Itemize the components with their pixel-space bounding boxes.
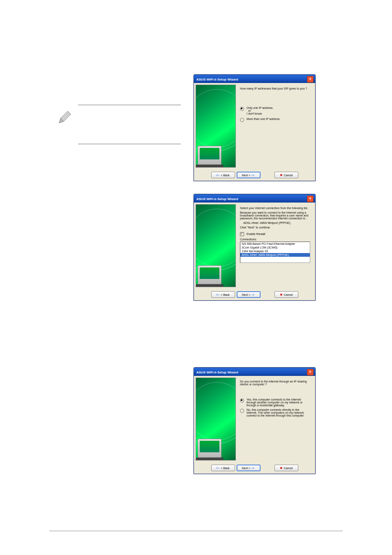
arrow-left-icon [216, 292, 219, 297]
radio-label: More than one IP address. [247, 117, 280, 120]
titlebar: ASUS WiFi-b Setup Wizard × [194, 368, 315, 376]
question-text: Do you connect to the Internet through a… [240, 380, 310, 386]
wizard-side-graphic [196, 378, 236, 461]
arrow-right-icon [251, 292, 255, 297]
note-divider-top [78, 105, 181, 146]
close-icon[interactable]: × [307, 196, 314, 202]
cancel-button[interactable]: Cancel [274, 465, 298, 471]
list-item[interactable]: ADSL-Hinet -WAN Miniport (PPPOE) [240, 253, 310, 257]
radio-label: No, this computer connects directly to t… [247, 408, 310, 417]
back-button[interactable]: < Back [211, 465, 235, 471]
close-x-icon [280, 466, 283, 470]
radio-no-direct[interactable] [240, 409, 244, 413]
list-item[interactable]: 1394 Net Adapter #3 [240, 249, 310, 253]
cancel-button[interactable]: Cancel [274, 172, 298, 178]
back-button[interactable]: < Back [211, 172, 235, 178]
wizard-dialog-connection-select: ASUS WiFi-b Setup Wizard × Select your I… [194, 194, 316, 301]
close-icon[interactable]: × [307, 76, 314, 83]
next-button[interactable]: Next > [237, 291, 261, 298]
arrow-left-icon [216, 173, 219, 177]
radio-yes-gateway[interactable] [240, 398, 244, 403]
close-icon[interactable]: × [307, 369, 314, 375]
instruction-text: Select your Internet connection from the… [240, 207, 310, 210]
radio-label: Yes, this computer connects to the Inter… [247, 398, 310, 407]
next-button[interactable]: Next > [237, 465, 261, 471]
wizard-content: Do you connect to the Internet through a… [236, 378, 312, 461]
connections-listbox[interactable]: SiS 900-Based PCI Fast Ethernet Adapter … [240, 242, 310, 263]
page-footer-divider [49, 531, 343, 531]
firewall-label: Enable firewall [247, 233, 265, 235]
wizard-side-graphic [196, 85, 236, 168]
enable-firewall-checkbox[interactable] [240, 232, 244, 236]
radio-label: Only one IP address. or I don't know. [247, 106, 273, 115]
window-title: ASUS WiFi-b Setup Wizard [196, 197, 238, 201]
note-pencil-icon [58, 109, 73, 124]
arrow-left-icon [216, 466, 219, 470]
recommended-connection: ADSL-Hinet -WAN Miniport (PPPOE) [243, 221, 310, 224]
titlebar: ASUS WiFi-b Setup Wizard × [194, 194, 315, 203]
note-divider-bottom [78, 144, 181, 144]
list-item[interactable]: 3Com Gigabit LOM (3C940) [240, 246, 310, 249]
connections-label: Connections: [240, 238, 310, 241]
question-text: How many IP addresses that your ISP give… [240, 87, 310, 90]
next-button[interactable]: Next > [237, 172, 261, 178]
explanation-text: Because you want to connect to the Inter… [240, 211, 310, 220]
window-title: ASUS WiFi-b Setup Wizard [196, 78, 238, 81]
close-x-icon [280, 293, 283, 297]
radio-only-one-ip[interactable] [240, 107, 244, 111]
wizard-footer: < Back Next > Cancel [194, 169, 315, 181]
arrow-right-icon [251, 173, 255, 177]
wizard-content: Select your Internet connection from the… [236, 204, 312, 287]
cancel-button[interactable]: Cancel [274, 291, 298, 298]
list-item[interactable]: SiS 900-Based PCI Fast Ethernet Adapter [240, 242, 310, 246]
back-button[interactable]: < Back [211, 291, 235, 298]
wizard-footer: < Back Next > Cancel [194, 462, 315, 474]
titlebar: ASUS WiFi-b Setup Wizard × [194, 75, 315, 83]
wizard-content: How many IP addresses that your ISP give… [236, 85, 312, 168]
wizard-side-graphic [196, 204, 236, 287]
arrow-right-icon [251, 466, 255, 470]
close-x-icon [280, 173, 283, 177]
window-title: ASUS WiFi-b Setup Wizard [196, 371, 238, 374]
wizard-dialog-sharing: ASUS WiFi-b Setup Wizard × Do you connec… [194, 367, 316, 474]
radio-more-than-one-ip[interactable] [240, 118, 244, 122]
wizard-footer: < Back Next > Cancel [194, 289, 315, 300]
wizard-dialog-ip-count: ASUS WiFi-b Setup Wizard × How many IP a… [194, 74, 316, 181]
continue-text: Click "Next" to continue. [240, 226, 310, 229]
